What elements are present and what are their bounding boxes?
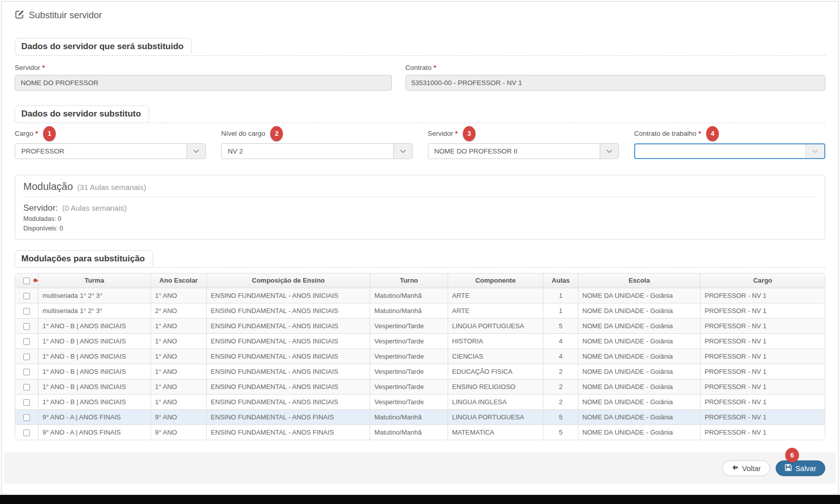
cell-ano: 1° ANO xyxy=(151,333,206,348)
table-row: multiseriada 1° 2° 3°1° ANOENSINO FUNDAM… xyxy=(15,288,825,303)
modulacao-servidor-info: (0 Aulas semanais) xyxy=(62,204,127,212)
table-row: 1° ANO - B | ANOS INICIAIS1° ANOENSINO F… xyxy=(15,318,825,333)
voltar-button[interactable]: Voltar xyxy=(722,460,770,476)
row-checkbox[interactable] xyxy=(23,369,30,375)
table-row: 1° ANO - B | ANOS INICIAIS1° ANOENSINO F… xyxy=(15,379,825,394)
cell-composicao: ENSINO FUNDAMENTAL - ANOS INICIAIS xyxy=(206,333,370,348)
row-checkbox-cell xyxy=(15,333,38,348)
cargo-select[interactable]: PROFESSOR xyxy=(15,143,206,159)
cell-escola: NOME DA UNIDADE - Goiânia xyxy=(578,333,700,348)
cell-escola: NOME DA UNIDADE - Goiânia xyxy=(578,409,700,424)
row-checkbox[interactable] xyxy=(23,293,30,299)
legend-dashed-line xyxy=(149,123,825,123)
contrato-label: Contrato xyxy=(406,64,432,71)
row-checkbox-cell xyxy=(15,288,38,303)
cell-turma: 9° ANO - A | ANOS FINAIS xyxy=(38,424,151,440)
row-checkbox[interactable] xyxy=(23,384,30,391)
col-header-escola: Escola xyxy=(578,274,700,288)
row-checkbox[interactable] xyxy=(23,399,30,406)
cell-composicao: ENSINO FUNDAMENTAL - ANOS FINAIS xyxy=(206,409,370,424)
cell-componente: LINGUA INGLESA xyxy=(448,394,543,409)
required-marker: * xyxy=(455,130,458,137)
row-checkbox[interactable] xyxy=(23,414,30,421)
cell-aulas: 5 xyxy=(543,409,578,424)
modulacao-subtitle: (31 Aulas semanais) xyxy=(77,183,146,191)
col-header-componente: Componente xyxy=(448,274,543,288)
legend-dashed-line xyxy=(153,267,825,268)
cell-componente: LINGUA PORTUGUESA xyxy=(448,318,543,333)
table-section-legend-text: Modulações para substituição xyxy=(15,250,153,268)
page-title-row: Substituir servidor xyxy=(15,10,825,21)
nivel-cargo-label: Nível do cargo xyxy=(221,130,265,137)
cell-composicao: ENSINO FUNDAMENTAL - ANOS INICIAIS xyxy=(206,303,370,318)
cell-turno: Vespertino/Tarde xyxy=(370,318,447,333)
cell-turno: Vespertino/Tarde xyxy=(370,379,447,394)
col-header-aulas: Aulas xyxy=(543,274,578,288)
cell-escola: NOME DA UNIDADE - Goiânia xyxy=(578,318,700,333)
row-checkbox[interactable] xyxy=(23,338,30,345)
cell-turma: 1° ANO - B | ANOS INICIAIS xyxy=(38,318,151,333)
cell-turno: Vespertino/Tarde xyxy=(370,364,447,379)
col-header-cargo: Cargo xyxy=(700,274,825,288)
col-header-ano-escolar: Ano Escolar xyxy=(151,274,206,288)
chevron-down-icon xyxy=(600,144,618,159)
row-checkbox[interactable] xyxy=(23,354,30,360)
cell-escola: NOME DA UNIDADE - Goiânia xyxy=(578,424,700,440)
page: Substituir servidor Dados do servidor qu… xyxy=(1,1,839,494)
cell-ano: 1° ANO xyxy=(151,379,206,394)
cell-escola: NOME DA UNIDADE - Goiânia xyxy=(578,303,700,318)
col-header-composicao: Composição de Ensino xyxy=(206,274,370,288)
cell-aulas: 5 xyxy=(543,424,578,440)
table-row: multiseriada 1° 2° 3°2° ANOENSINO FUNDAM… xyxy=(15,303,825,318)
modulacao-servidor-label: Servidor: xyxy=(23,203,58,213)
section-replaced-legend: Dados do servidor que será substituido xyxy=(15,38,825,56)
modulacao-panel: Modulação (31 Aulas semanais) Servidor: … xyxy=(15,175,825,240)
cell-cargo: PROFESSOR - NV 1 xyxy=(700,409,825,424)
edit-icon xyxy=(15,10,24,21)
cell-turno: Matutino/Manhã xyxy=(370,409,447,424)
cell-turno: Vespertino/Tarde xyxy=(370,394,447,409)
servidor-substituto-select[interactable]: NOME DO PROFESSOR II xyxy=(428,143,619,159)
cell-aulas: 1 xyxy=(543,288,578,303)
chevron-down-icon xyxy=(393,144,412,159)
table-row: 9° ANO - A | ANOS FINAIS9° ANOENSINO FUN… xyxy=(15,409,825,424)
cell-composicao: ENSINO FUNDAMENTAL - ANOS INICIAIS xyxy=(206,364,370,379)
cell-turno: Vespertino/Tarde xyxy=(370,348,447,364)
required-marker: * xyxy=(42,64,45,71)
modulacao-title: Modulação xyxy=(23,181,73,192)
cell-turma: 1° ANO - B | ANOS INICIAIS xyxy=(38,364,151,379)
cell-ano: 9° ANO xyxy=(151,409,206,424)
cell-turno: Matutino/Manhã xyxy=(370,424,447,440)
col-header-turma: Turma xyxy=(38,274,151,288)
cell-turma: 1° ANO - B | ANOS INICIAIS xyxy=(38,348,151,364)
nivel-cargo-select-value: NV 2 xyxy=(222,144,393,159)
servidor-input: NOME DO PROFESSOR xyxy=(15,75,392,91)
nivel-cargo-select[interactable]: NV 2 xyxy=(221,143,412,159)
cell-componente: HISTORIA xyxy=(448,333,543,348)
row-checkbox-cell xyxy=(15,348,38,364)
cell-aulas: 5 xyxy=(543,318,578,333)
cell-cargo: PROFESSOR - NV 1 xyxy=(700,288,825,303)
cell-cargo: PROFESSOR - NV 1 xyxy=(700,364,825,379)
field-contrato-substituido: Contrato * 53531000-00 - PROFESSOR - NV … xyxy=(406,62,825,91)
cell-componente: ENSINO RELIGIOSO xyxy=(448,379,543,394)
table-section-legend: Modulações para substituição xyxy=(15,250,825,268)
row-checkbox[interactable] xyxy=(23,308,30,315)
required-marker: * xyxy=(699,130,701,137)
contrato-trabalho-select[interactable] xyxy=(634,143,825,159)
cell-escola: NOME DA UNIDADE - Goiânia xyxy=(578,288,700,303)
select-all-checkbox[interactable] xyxy=(23,278,30,284)
servidor-substituto-label: Servidor xyxy=(428,130,453,137)
row-checkbox[interactable] xyxy=(23,323,30,330)
row-checkbox[interactable] xyxy=(23,430,30,436)
callout-badge-1: 1 xyxy=(43,126,56,141)
callout-badge-2: 2 xyxy=(270,126,283,141)
salvar-button[interactable]: Salvar xyxy=(776,460,825,476)
cell-cargo: PROFESSOR - NV 1 xyxy=(700,333,825,348)
row-checkbox-cell xyxy=(15,318,38,333)
callout-dot xyxy=(33,279,37,282)
field-cargo: Cargo * 1 PROFESSOR xyxy=(15,126,206,159)
cell-turma: 9° ANO - A | ANOS FINAIS xyxy=(38,409,151,424)
disponiveis-stat: Disponíveis: 0 xyxy=(23,224,817,232)
cell-composicao: ENSINO FUNDAMENTAL - ANOS INICIAIS xyxy=(206,348,370,364)
